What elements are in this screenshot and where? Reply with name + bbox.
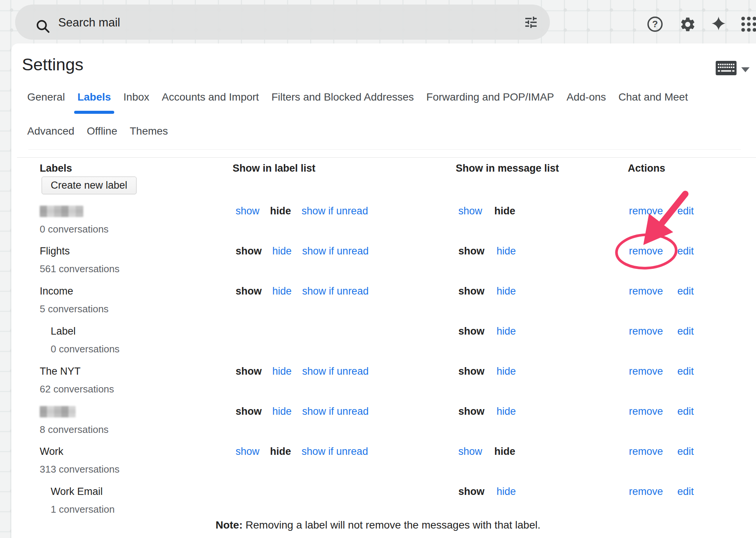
remove-link[interactable]: remove (629, 486, 663, 497)
edit-link[interactable]: edit (677, 285, 694, 297)
label-name-cell: Label0 conversations (40, 326, 233, 355)
message-list-option-hide[interactable]: hide (497, 486, 516, 497)
label-list-option-show-if-unread[interactable]: show if unread (302, 205, 368, 217)
label-list-option-show: show (236, 245, 262, 257)
message-list-option-show[interactable]: show (458, 446, 482, 457)
remove-link[interactable]: remove (629, 446, 663, 457)
tab-add-ons[interactable]: Add-ons (567, 91, 606, 103)
remove-link[interactable]: remove (629, 406, 663, 417)
redacted-label-name (40, 406, 76, 417)
tab-offline[interactable]: Offline (87, 125, 117, 137)
keyboard-icon[interactable] (716, 61, 737, 77)
col-header-show-in-message-list: Show in message list (456, 163, 628, 174)
remove-link-annotated[interactable]: remove (629, 245, 663, 257)
tab-labels[interactable]: Labels (78, 91, 111, 103)
gmail-settings-page: ? Settings (0, 0, 756, 538)
message-list-option-show: show (458, 486, 484, 497)
create-new-label-button[interactable]: Create new label (42, 177, 137, 194)
edit-link[interactable]: edit (677, 486, 694, 497)
col-header-show-in-label-list: Show in label list (233, 163, 456, 174)
label-list-option-show: show (236, 406, 262, 417)
message-list-option-show[interactable]: show (458, 205, 482, 217)
message-list-option-hide[interactable]: hide (497, 366, 516, 377)
gemini-sparkle-icon[interactable] (711, 16, 726, 33)
actions-cell: removeedit (628, 326, 756, 337)
message-list-option-hide[interactable]: hide (497, 245, 516, 257)
label-row: Label0 conversationsshowhideremoveedit (40, 326, 756, 366)
label-name: Work Email (40, 486, 233, 497)
apps-grid-icon[interactable] (740, 16, 756, 34)
label-row: 8 conversationsshowhideshow if unreadsho… (40, 406, 756, 446)
label-list-option-show[interactable]: show (236, 446, 259, 457)
dropdown-arrow-icon[interactable] (741, 67, 750, 72)
tab-chat-and-meet[interactable]: Chat and Meet (618, 91, 688, 103)
remove-link[interactable]: remove (629, 205, 663, 217)
message-list-option-show: show (458, 326, 484, 337)
label-list-option-show-if-unread[interactable]: show if unread (302, 366, 369, 377)
tab-filters-and-blocked-addresses[interactable]: Filters and Blocked Addresses (272, 91, 414, 103)
show-in-label-list-cell: showhideshow if unread (233, 245, 456, 257)
show-in-message-list-cell: showhide (456, 205, 628, 217)
show-in-label-list-cell: showhideshow if unread (233, 205, 456, 217)
message-list-option-show: show (458, 406, 484, 417)
tab-forwarding-and-pop-imap[interactable]: Forwarding and POP/IMAP (426, 91, 554, 103)
edit-link[interactable]: edit (677, 205, 694, 217)
labels-table-body: 0 conversationsshowhideshow if unreadsho… (40, 205, 756, 526)
label-list-option-show-if-unread[interactable]: show if unread (302, 406, 369, 417)
redacted-label-name (40, 206, 83, 217)
edit-link[interactable]: edit (677, 245, 694, 257)
tab-advanced[interactable]: Advanced (27, 125, 75, 137)
actions-cell: removeedit (628, 205, 756, 217)
tab-accounts-and-import[interactable]: Accounts and Import (162, 91, 259, 103)
edit-link[interactable]: edit (677, 326, 694, 337)
settings-tabs-row1: General Labels Inbox Accounts and Import… (27, 91, 688, 103)
gear-icon[interactable] (679, 16, 696, 34)
remove-link[interactable]: remove (629, 326, 663, 337)
label-name-cell: Income5 conversations (40, 285, 233, 315)
tab-inbox[interactable]: Inbox (123, 91, 149, 103)
label-list-option-show[interactable]: show (236, 205, 259, 217)
label-name: Income (40, 285, 233, 297)
actions-cell: removeedit (628, 245, 756, 257)
edit-link[interactable]: edit (677, 406, 694, 417)
show-in-message-list-cell: showhide (456, 486, 628, 497)
help-icon[interactable]: ? (647, 16, 663, 34)
remove-link[interactable]: remove (629, 285, 663, 297)
label-row: The NYT62 conversationsshowhideshow if u… (40, 366, 756, 406)
show-in-message-list-cell: showhide (456, 245, 628, 257)
table-top-divider (17, 157, 756, 158)
label-list-option-show-if-unread[interactable]: show if unread (302, 446, 368, 457)
show-in-message-list-cell: showhide (456, 366, 628, 377)
conversation-count: 1 conversation (40, 504, 233, 515)
page-title: Settings (22, 55, 84, 74)
conversation-count: 62 conversations (40, 383, 233, 395)
labels-table-header: Labels Show in label list Show in messag… (40, 163, 756, 174)
label-list-option-hide[interactable]: hide (272, 245, 292, 257)
edit-link[interactable]: edit (677, 446, 694, 457)
note-prefix: Note: (216, 519, 243, 531)
label-list-option-show-if-unread[interactable]: show if unread (302, 245, 369, 257)
conversation-count: 313 conversations (40, 464, 233, 475)
search-input[interactable] (57, 14, 494, 32)
show-in-message-list-cell: showhide (456, 406, 628, 417)
search-bar[interactable] (15, 5, 550, 40)
message-list-option-hide[interactable]: hide (497, 326, 516, 337)
edit-link[interactable]: edit (677, 366, 694, 377)
show-in-label-list-cell: showhideshow if unread (233, 366, 456, 377)
label-name: Work (40, 446, 233, 457)
tab-themes[interactable]: Themes (130, 125, 168, 137)
search-options-tune-icon[interactable] (523, 15, 539, 31)
message-list-option-hide[interactable]: hide (497, 285, 516, 297)
label-list-option-show-if-unread[interactable]: show if unread (302, 285, 369, 297)
label-list-option-hide[interactable]: hide (272, 406, 292, 417)
label-list-option-hide[interactable]: hide (272, 366, 292, 377)
label-row: 0 conversationsshowhideshow if unreadsho… (40, 205, 756, 245)
label-row: Flights561 conversationsshowhideshow if … (40, 245, 756, 285)
settings-tabs-row2: Advanced Offline Themes (27, 125, 168, 137)
col-header-actions: Actions (628, 163, 756, 174)
show-in-message-list-cell: showhide (456, 446, 628, 457)
remove-link[interactable]: remove (629, 366, 663, 377)
label-list-option-hide[interactable]: hide (272, 285, 292, 297)
message-list-option-hide[interactable]: hide (497, 406, 516, 417)
tab-general[interactable]: General (27, 91, 65, 103)
